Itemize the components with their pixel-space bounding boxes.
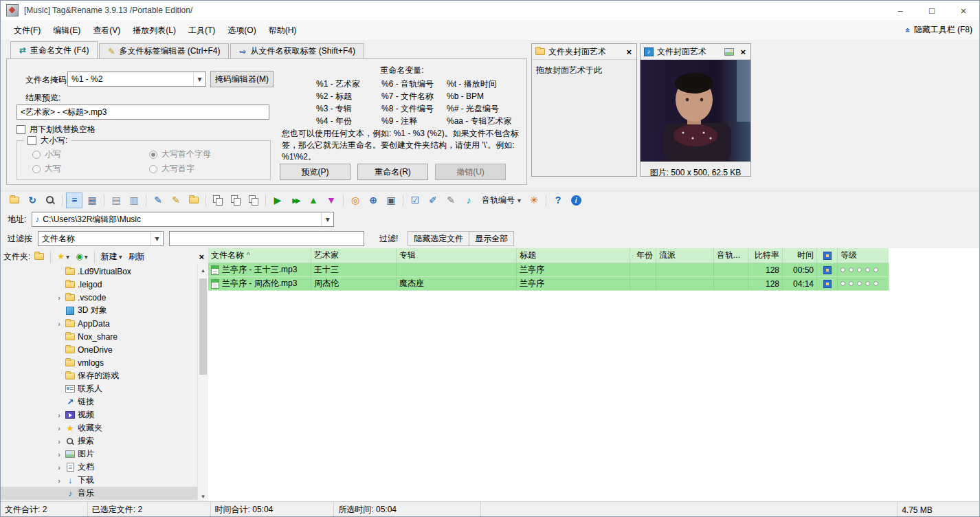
tree-item[interactable]: 联系人	[1, 382, 197, 395]
refresh-icon[interactable]	[24, 192, 41, 208]
close-folders-button[interactable]	[197, 252, 205, 262]
expand-arrow-icon[interactable]	[54, 320, 64, 328]
tree-item[interactable]: AppData	[1, 317, 197, 330]
column-header-track[interactable]: 音轨...	[714, 248, 748, 263]
preview-button[interactable]: 预览(P)	[280, 164, 350, 180]
column-header-album[interactable]: 专辑	[397, 248, 517, 263]
save-tags-icon[interactable]	[108, 192, 124, 208]
scroll-down-icon[interactable]: ▾	[198, 491, 208, 501]
tree-item[interactable]: .leigod	[1, 278, 197, 291]
move-down-icon[interactable]	[323, 192, 339, 208]
tree-item[interactable]: 图片	[1, 448, 197, 461]
rename-button[interactable]: 重命名(R)	[357, 164, 428, 180]
expand-arrow-icon[interactable]	[54, 437, 64, 446]
rename-folder-icon[interactable]	[186, 192, 202, 208]
tree-item[interactable]: 文档	[1, 461, 197, 474]
window-icon[interactable]	[383, 192, 399, 208]
mask-editor-button[interactable]: 掩码编辑器(M)	[210, 71, 274, 87]
rating-circles[interactable]	[840, 267, 878, 272]
favorites-dropdown[interactable]	[55, 251, 71, 262]
play-icon[interactable]	[269, 192, 286, 208]
column-header-filename[interactable]: 文件名称	[208, 248, 311, 263]
hide-selected-button[interactable]: 隐藏选定文件	[408, 232, 469, 245]
tab-get-tags-from-filename[interactable]: 从文件名获取标签 (Shift+F4)	[230, 43, 364, 58]
tree-item[interactable]: .Ld9VirtualBox	[1, 265, 197, 278]
view-details-icon[interactable]	[84, 192, 100, 208]
underscore-checkbox[interactable]: 用下划线替换空格	[16, 124, 96, 135]
browse-folder-icon[interactable]	[32, 252, 46, 261]
remove-tags-icon[interactable]	[126, 192, 142, 208]
folder-art-close-button[interactable]	[625, 47, 633, 57]
file-row[interactable]: 兰亭序 - 王十三.mp3 王十三 兰亭序 128 00:50	[208, 263, 889, 277]
go-folder-dropdown[interactable]	[74, 251, 90, 262]
paste-icon[interactable]	[227, 192, 244, 208]
tree-item[interactable]: 搜索	[1, 434, 197, 448]
file-art-close-button[interactable]	[739, 47, 747, 57]
tree-item[interactable]: 3D 对象	[1, 304, 197, 317]
column-header-artist[interactable]: 艺术家	[311, 248, 397, 263]
column-header-year[interactable]: 年份	[630, 248, 656, 263]
refresh-folders-button[interactable]: 刷新	[126, 250, 147, 263]
column-header-tagtype[interactable]	[817, 248, 838, 263]
rating-circles[interactable]	[840, 281, 878, 286]
column-header-time[interactable]: 时间	[783, 248, 817, 263]
edit-tag-blue-icon[interactable]	[150, 192, 166, 208]
maximize-button[interactable]: □	[916, 1, 948, 20]
tree-item[interactable]: OneDrive	[1, 343, 197, 356]
expand-arrow-icon[interactable]	[54, 450, 64, 459]
expand-arrow-icon[interactable]	[54, 476, 64, 485]
show-all-button[interactable]: 显示全部	[469, 232, 513, 245]
tree-item-selected[interactable]: 音乐	[1, 487, 197, 500]
track-pen-icon[interactable]	[460, 192, 477, 208]
tree-item[interactable]: 链接	[1, 395, 197, 408]
new-folder-button[interactable]: 新建	[99, 250, 124, 263]
menu-item-help[interactable]: 帮助(H)	[263, 20, 303, 41]
tree-scrollbar[interactable]: ▴ ▾	[197, 265, 208, 501]
column-header-genre[interactable]: 流派	[656, 248, 714, 263]
view-list-icon[interactable]	[66, 192, 82, 208]
tree-item[interactable]: 视频	[1, 408, 197, 421]
close-button[interactable]: ×	[948, 1, 979, 20]
expand-arrow-icon[interactable]	[54, 294, 64, 302]
search-icon[interactable]	[42, 192, 58, 208]
view-image-icon[interactable]	[724, 48, 734, 56]
wand-icon[interactable]	[526, 192, 542, 208]
case-checkbox[interactable]: 大小写:	[24, 135, 71, 146]
pen-gray-icon[interactable]	[443, 192, 459, 208]
track-number-dropdown[interactable]: 音轨编号	[478, 192, 524, 208]
radio-capitalize-words[interactable]: 大写首字	[149, 163, 194, 175]
radio-capitalize-first[interactable]: 大写首个字母	[149, 148, 211, 160]
edit-tag-gold-icon[interactable]	[168, 192, 184, 208]
file-row[interactable]: 兰亭序 - 周杰伦.mp3 周杰伦 魔杰座 兰亭序 128 04:14	[208, 277, 889, 291]
tree-item[interactable]: vmlogs	[1, 356, 197, 369]
expand-arrow-icon[interactable]	[54, 424, 64, 432]
pen-page-icon[interactable]	[425, 192, 441, 208]
play-all-icon[interactable]	[287, 192, 304, 208]
scrollbar-thumb[interactable]	[199, 278, 207, 375]
tree-item[interactable]: .vscode	[1, 291, 197, 304]
cd-lookup-icon[interactable]	[347, 192, 364, 208]
mask-combobox[interactable]: %1 - %2	[67, 72, 206, 87]
menu-item-edit[interactable]: 编辑(E)	[47, 20, 87, 41]
chevron-down-icon[interactable]	[321, 212, 333, 226]
tree-item[interactable]: 收藏夹	[1, 421, 197, 434]
filter-field-combobox[interactable]: 文件名称	[38, 231, 164, 246]
tab-multi-file-editor[interactable]: 多文件标签编辑器 (Ctrl+F4)	[99, 43, 229, 58]
column-header-rating[interactable]: 等级	[838, 248, 889, 263]
menu-item-options[interactable]: 选项(O)	[221, 20, 262, 41]
filter-button[interactable]: 过滤!	[375, 232, 402, 246]
address-combobox[interactable]: C:\Users\32R编辑部\Music	[32, 212, 334, 227]
expand-arrow-icon[interactable]	[54, 463, 64, 472]
write-selected-icon[interactable]	[407, 192, 423, 208]
open-folder-icon[interactable]	[6, 192, 23, 208]
hide-toolbar-button[interactable]: 隐藏工具栏 (F8)	[906, 24, 972, 36]
move-up-icon[interactable]	[305, 192, 322, 208]
menu-item-view[interactable]: 查看(V)	[87, 20, 126, 41]
column-header-title[interactable]: 标题	[517, 248, 630, 263]
menu-item-file[interactable]: 文件(F)	[8, 20, 47, 41]
tree-item[interactable]: 保存的游戏	[1, 369, 197, 382]
filter-input[interactable]	[169, 231, 364, 246]
web-lookup-icon[interactable]	[365, 192, 381, 208]
help-icon[interactable]	[550, 192, 566, 208]
radio-uppercase[interactable]: 大写	[32, 163, 61, 175]
